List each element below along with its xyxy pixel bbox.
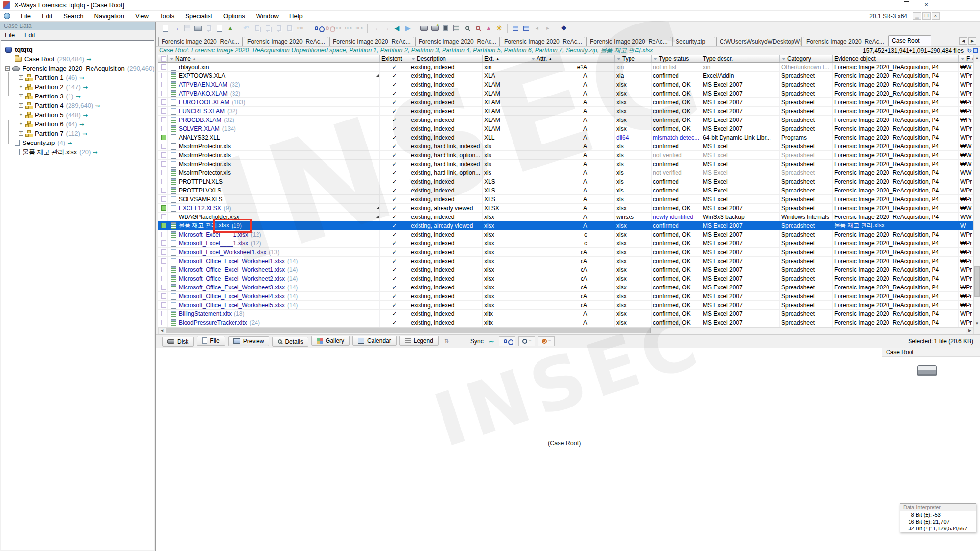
window-icon[interactable] — [510, 24, 521, 33]
calendar-mode-button[interactable]: Calendar — [352, 336, 397, 346]
select-all-checkbox[interactable] — [161, 56, 166, 62]
row-checkbox[interactable] — [161, 302, 166, 308]
tab-2[interactable]: Forensic Image 2020_ReAc... — [329, 37, 414, 46]
find-again-icon[interactable] — [322, 24, 332, 33]
menu-file[interactable]: File — [15, 12, 36, 20]
filter-funnel-icon[interactable] — [653, 58, 657, 60]
add-image-icon[interactable] — [429, 24, 440, 33]
scroll-up-icon[interactable]: ▲ — [974, 55, 980, 62]
row-checkbox[interactable] — [161, 311, 166, 316]
positions-button[interactable]: ≡ — [538, 336, 555, 346]
horizontal-scrollbar[interactable]: ◀ ▶ — [158, 327, 974, 334]
refine-icon[interactable] — [472, 24, 483, 33]
row-checkbox[interactable] — [161, 152, 166, 158]
file-row[interactable]: MsoIrmProtector.xls✓existing, hard link,… — [158, 160, 974, 168]
tree-item-security-zip[interactable]: Security.zip(4)⇝ — [1, 138, 154, 147]
file-row[interactable]: Microsoft_Office_Excel_Worksheet4.xlsx(1… — [158, 292, 974, 301]
file-row[interactable]: BillingStatement.xltx(18)✓existing, inde… — [158, 310, 974, 318]
row-checkbox[interactable] — [161, 196, 166, 202]
column-header-description[interactable]: Description — [409, 55, 483, 62]
expand-icon[interactable]: + — [19, 85, 23, 89]
column-header-ext-[interactable]: Ext.▲ — [483, 55, 529, 62]
file-row[interactable]: PROTTPLN.XLS✓existing, indexedXLSAxlscon… — [158, 177, 974, 186]
prev-item-icon[interactable]: ◀ — [532, 24, 542, 33]
file-row[interactable]: PROTTPLV.XLS✓existing, indexedXLSAxlscon… — [158, 186, 974, 195]
list-mode-icon[interactable] — [973, 48, 978, 53]
row-checkbox[interactable] — [161, 267, 166, 272]
expand-icon[interactable]: + — [19, 122, 23, 126]
calculator-icon[interactable] — [451, 24, 462, 33]
file-row[interactable]: EXPTOOWS.XLA✓existing, indexedXLAAxlacon… — [158, 72, 974, 80]
row-checkbox[interactable] — [161, 240, 166, 246]
tree-item-forensic-image-2020-reacquisition[interactable]: −Forensic Image 2020_ReAcquisition(290,4… — [1, 64, 154, 73]
collapse-icon[interactable]: − — [5, 66, 10, 71]
row-checkbox[interactable] — [161, 276, 166, 281]
paste-icon[interactable] — [262, 24, 273, 33]
row-checkbox[interactable] — [161, 126, 166, 131]
row-checkbox[interactable] — [161, 170, 166, 175]
updown-icon[interactable]: ⇅ — [444, 338, 449, 344]
case-data-menu-file[interactable]: File — [0, 32, 20, 39]
row-checkbox[interactable] — [161, 214, 166, 219]
star-icon[interactable]: ✳ — [494, 24, 505, 33]
maximize-button[interactable] — [894, 0, 915, 10]
file-row[interactable]: MsoIrmProtector.xls✓existing, hard link,… — [158, 168, 974, 177]
row-checkbox[interactable] — [161, 249, 166, 255]
expand-icon[interactable]: + — [19, 113, 23, 117]
file-row[interactable]: EXCEL12.XLSX(9)✓existing, already viewed… — [158, 204, 974, 213]
column-header-type[interactable]: Type — [615, 55, 652, 62]
column-header-type-descr-[interactable]: Type descr. — [701, 55, 780, 62]
file-row[interactable]: Microsoft_Office_Excel_Worksheet2.xlsx(1… — [158, 274, 974, 283]
filter-funnel-icon[interactable] — [411, 58, 415, 60]
row-checkbox[interactable] — [161, 188, 166, 193]
filter-icon[interactable]: ▲ — [483, 24, 494, 33]
tree-item-partition-6[interactable]: +Partition 6(64)⇝ — [1, 120, 154, 129]
file-row[interactable]: FUNCRES.XLAM(32)✓existing, indexedXLAMAx… — [158, 107, 974, 116]
tab-0[interactable]: Forensic Image 2020_ReAc... — [158, 37, 243, 46]
file-row[interactable]: ATPVBAEN.XLAM(32)✓existing, indexedXLAMA… — [158, 80, 974, 89]
row-checkbox[interactable] — [161, 161, 166, 167]
next-item-icon[interactable]: ▶ — [542, 24, 553, 33]
minimize-button[interactable] — [872, 0, 894, 10]
file-row[interactable]: WDAGPlaceholder.xlsx✓existing, indexedxl… — [158, 213, 974, 221]
tab-7[interactable]: C:₩Users₩sukyo₩Desktop₩물... — [716, 37, 802, 46]
file-row[interactable]: ANALYS32.XLL✓existing, indexedXLLAdll64m… — [158, 133, 974, 142]
tree-item-tqtqtq[interactable]: tqtqtq — [1, 45, 154, 54]
goto-icon[interactable]: → — [370, 24, 381, 33]
new-case-icon[interactable] — [160, 24, 171, 33]
file-row[interactable]: Microsoft_Office_Excel_Worksheet5.xlsx(1… — [158, 301, 974, 310]
tree-item-partition-2[interactable]: +Partition 2(147)⇝ — [1, 82, 154, 92]
copy-icon[interactable] — [252, 24, 262, 33]
scroll-left-icon[interactable]: ◀ — [159, 328, 165, 334]
tab-6[interactable]: Security.zip — [672, 37, 715, 46]
menu-view[interactable]: View — [130, 12, 154, 20]
legend-mode-button[interactable]: Legend — [399, 336, 439, 346]
menu-specialist[interactable]: Specialist — [180, 12, 218, 20]
menu-navigation[interactable]: Navigation — [89, 12, 130, 20]
scrollbar-thumb[interactable] — [166, 328, 651, 333]
tab-1[interactable]: Forensic Image 2020_ReAc... — [244, 37, 328, 46]
row-checkbox[interactable] — [161, 258, 166, 264]
filter-funnel-icon[interactable] — [170, 58, 174, 60]
mdi-close-button[interactable]: × — [932, 12, 940, 20]
file-row[interactable]: EUROTOOL.XLAM(183)✓existing, indexedXLAM… — [158, 98, 974, 107]
file-row[interactable]: Microsoft_Excel_Worksheet1.xlsx(13)✓exis… — [158, 248, 974, 257]
data-interpreter[interactable]: Data Interpreter 8 Bit (±):-5316 Bit (±)… — [900, 503, 976, 532]
export-icon[interactable]: ▲ — [225, 24, 235, 33]
file-row[interactable]: SOLVER.XLAM(134)✓existing, indexedXLAMAx… — [158, 124, 974, 133]
cut-icon[interactable] — [273, 24, 284, 33]
refresh-icon[interactable]: ↻ — [967, 48, 972, 54]
file-row[interactable]: Microsoft_Excel____1.xlsx(12)✓existing, … — [158, 239, 974, 248]
menu-tools[interactable]: Tools — [154, 12, 180, 20]
print-icon[interactable] — [192, 24, 203, 33]
menu-edit[interactable]: Edit — [36, 12, 58, 20]
column-header-evidence-object[interactable]: Evidence object — [833, 55, 959, 62]
column-header-type-status[interactable]: Type status — [652, 55, 701, 62]
undo-icon[interactable]: ↶ — [241, 24, 252, 33]
tab-case-root[interactable]: Case Root — [888, 35, 931, 46]
row-checkbox[interactable] — [161, 293, 166, 299]
find-icon[interactable] — [311, 24, 322, 33]
scroll-right-icon[interactable]: ▶ — [966, 328, 973, 334]
file-row[interactable]: ATPVBAKO.XLAM(32)✓existing, indexedXLAMA… — [158, 89, 974, 98]
expand-icon[interactable]: + — [19, 103, 23, 108]
